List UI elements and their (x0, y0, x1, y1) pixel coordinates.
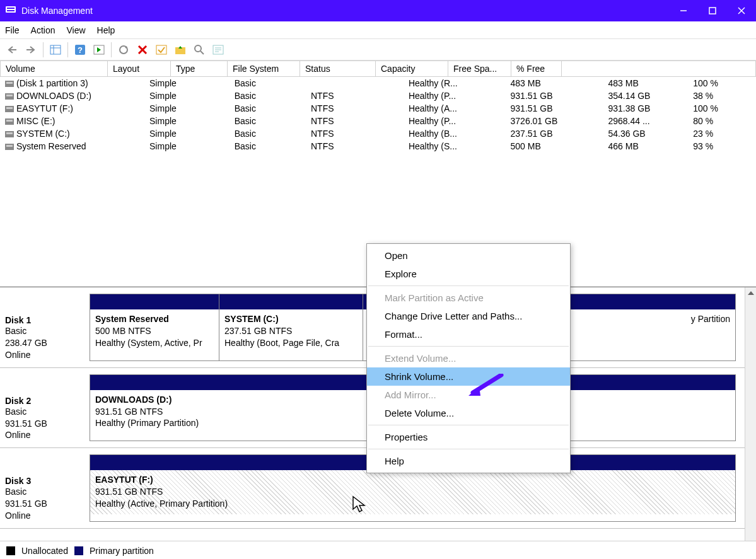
svg-rect-1 (7, 8, 15, 9)
volume-icon (5, 118, 14, 125)
partition-size: 500 MB NTFS (95, 325, 214, 337)
volume-icon (5, 106, 14, 112)
menu-item-delete-volume[interactable]: Delete Volume... (367, 404, 570, 422)
column-header[interactable]: Layout (108, 61, 171, 77)
menu-separator (368, 285, 569, 286)
disk-header[interactable]: Disk 1 Basic 238.47 GB Online (5, 294, 90, 361)
partition-status: Healthy (System, Active, Pr (95, 337, 214, 349)
volume-icon (5, 144, 14, 150)
volume-icon (5, 93, 14, 100)
toolbar-sep (43, 42, 44, 57)
annotation-arrow-icon (467, 374, 504, 399)
menu-view[interactable]: View (66, 25, 85, 35)
legend-label: Primary partition (90, 546, 154, 556)
partition-status: Healthy (Boot, Page File, Cra (224, 337, 358, 349)
column-header[interactable]: Capacity (376, 61, 448, 77)
view-list-icon[interactable] (47, 42, 64, 58)
volume-row[interactable]: (Disk 1 partition 3) SimpleBasic Healthy… (0, 77, 756, 89)
volume-row[interactable]: SYSTEM (C:) SimpleBasicNTFS Healthy (B..… (0, 127, 756, 140)
disk-header[interactable]: Disk 3 Basic 931.51 GB Online (5, 454, 90, 522)
scroll-up-icon[interactable] (745, 287, 756, 299)
legend: Unallocated Primary partition (0, 541, 756, 559)
svg-rect-9 (50, 45, 61, 54)
menu-item-explore[interactable]: Explore (367, 265, 570, 283)
svg-point-20 (195, 45, 201, 52)
volume-row[interactable]: System Reserved SimpleBasicNTFS Healthy … (0, 140, 756, 153)
menu-help[interactable]: Help (97, 25, 115, 35)
volume-icon (5, 131, 14, 137)
folder-up-icon[interactable] (172, 42, 189, 58)
svg-rect-2 (7, 10, 15, 11)
window-title: Disk Management (21, 6, 669, 16)
column-header[interactable]: Free Spa... (448, 61, 511, 77)
partition-status: Healthy (Active, Primary Partition) (95, 498, 730, 510)
volume-icon (5, 81, 14, 87)
menu-item-mark-partition-as-active: Mark Partition as Active (367, 289, 570, 307)
menubar: File Action View Help (0, 21, 756, 39)
partition[interactable]: System Reserved 500 MB NTFS Healthy (Sys… (90, 294, 219, 360)
column-header[interactable]: Status (300, 61, 376, 77)
column-header-spacer (562, 61, 756, 77)
column-header[interactable]: % Free (511, 61, 562, 77)
volume-row[interactable]: DOWNLOADS (D:) SimpleBasicNTFS Healthy (… (0, 89, 756, 102)
partition-header-bar (219, 294, 363, 309)
disk-header[interactable]: Disk 2 Basic 931.51 GB Online (5, 374, 90, 442)
partition-size: 931.51 GB NTFS (95, 486, 730, 498)
svg-rect-0 (6, 6, 16, 13)
toolbar-sep (111, 42, 112, 57)
partition-name: EASYTUT (F:) (95, 474, 730, 486)
legend-swatch-unallocated (6, 546, 15, 555)
column-header[interactable]: File System (228, 61, 300, 77)
context-menu: OpenExploreMark Partition as ActiveChang… (366, 243, 571, 473)
menu-file[interactable]: File (5, 25, 20, 35)
menu-item-format[interactable]: Format... (367, 325, 570, 343)
partition-header-bar (90, 294, 219, 309)
svg-text:?: ? (78, 45, 83, 55)
column-header[interactable]: Type (171, 61, 228, 77)
app-icon (5, 4, 16, 18)
properties-icon[interactable] (210, 42, 226, 58)
refresh-icon[interactable] (115, 42, 132, 58)
legend-label: Unallocated (21, 546, 68, 556)
svg-rect-18 (156, 45, 166, 54)
svg-rect-4 (709, 8, 716, 14)
menu-separator (368, 346, 569, 347)
action-play-icon[interactable] (91, 42, 107, 58)
partition-size: 237.51 GB NTFS (224, 325, 358, 337)
menu-item-open[interactable]: Open (367, 246, 570, 265)
scrollbar[interactable] (745, 287, 756, 541)
svg-line-21 (201, 51, 204, 54)
maximize-button[interactable] (698, 0, 727, 21)
close-button[interactable] (727, 0, 756, 21)
volume-row[interactable]: EASYTUT (F:) SimpleBasicNTFS Healthy (A.… (0, 102, 756, 115)
check-icon[interactable] (153, 42, 170, 58)
back-button[interactable] (4, 42, 20, 58)
toolbar: ? (0, 39, 756, 61)
legend-swatch-primary (74, 546, 83, 555)
menu-item-change-drive-letter-and-paths[interactable]: Change Drive Letter and Paths... (367, 307, 570, 325)
minimize-button[interactable] (669, 0, 698, 21)
help-icon[interactable]: ? (72, 42, 88, 58)
partition[interactable]: SYSTEM (C:) 237.51 GB NTFS Healthy (Boot… (219, 294, 363, 360)
delete-icon[interactable] (134, 42, 151, 58)
menu-item-extend-volume: Extend Volume... (367, 349, 570, 367)
titlebar: Disk Management (0, 0, 756, 21)
menu-item-help[interactable]: Help (367, 452, 570, 470)
menu-item-properties[interactable]: Properties (367, 428, 570, 446)
partition-name: System Reserved (95, 313, 214, 325)
cursor-icon (352, 495, 367, 513)
partition-name: SYSTEM (C:) (224, 313, 358, 325)
toolbar-sep (67, 42, 68, 57)
menu-action[interactable]: Action (31, 25, 55, 35)
menu-separator (368, 425, 569, 425)
search-icon[interactable] (191, 42, 207, 58)
forward-button[interactable] (23, 42, 39, 58)
column-header[interactable]: Volume (1, 61, 108, 77)
menu-separator (368, 449, 569, 449)
volume-row[interactable]: MISC (E:) SimpleBasicNTFS Healthy (P...3… (0, 115, 756, 127)
